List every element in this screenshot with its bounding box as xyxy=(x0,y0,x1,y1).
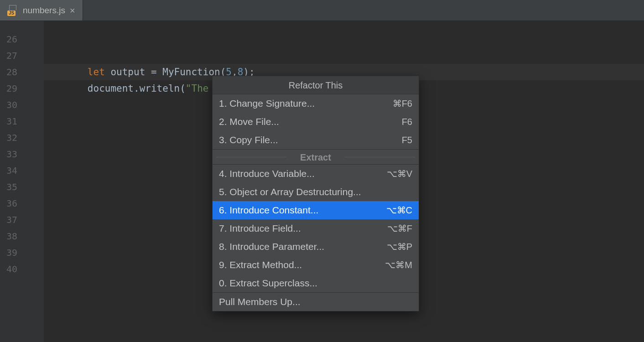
editor-tab[interactable]: JS numbers.js × xyxy=(0,0,83,21)
popup-item[interactable]: 5. Object or Array Destructuring... xyxy=(213,183,419,201)
paren-open2: ( xyxy=(180,83,186,94)
popup-item-label: 5. Object or Array Destructuring... xyxy=(219,187,361,197)
code-area[interactable]: let output = MyFunction(5,8); document.w… xyxy=(44,21,644,342)
keyword-let: let xyxy=(88,67,111,78)
line-number: 38 xyxy=(0,228,44,244)
dot: . xyxy=(134,83,140,94)
popup-item-label: 4. Introduce Variable... xyxy=(219,168,315,179)
popup-item-label: 8. Introduce Parameter... xyxy=(219,241,324,252)
popup-item[interactable]: 8. Introduce Parameter...⌥⌘P xyxy=(213,238,419,256)
popup-item[interactable]: 2. Move File...F6 xyxy=(213,113,419,131)
line-number: 31 xyxy=(0,113,44,130)
line-number: 35 xyxy=(0,179,44,195)
fn-myfunction: MyFunction xyxy=(162,67,220,78)
popup-item[interactable]: 9. Extract Method...⌥⌘M xyxy=(213,256,419,274)
popup-item[interactable]: 0. Extract Superclass... xyxy=(213,274,419,292)
line-number: 34 xyxy=(0,162,44,179)
eq: = xyxy=(151,67,162,78)
ident-output: output xyxy=(110,67,151,78)
popup-section-extract: Extract xyxy=(213,149,419,165)
gutter: 262728293031323334353637383940 xyxy=(0,21,44,342)
code-line-27[interactable]: let output = MyFunction(5,8); xyxy=(44,47,644,64)
popup-item-shortcut: ⌥⌘P xyxy=(387,241,412,252)
tab-filename: numbers.js xyxy=(23,5,65,16)
line-number: 26 xyxy=(0,31,44,47)
popup-item-shortcut: F5 xyxy=(402,135,412,145)
js-file-icon: JS xyxy=(7,5,18,16)
popup-item-shortcut: ⌥⌘C xyxy=(386,205,412,216)
line-number: 29 xyxy=(0,80,44,97)
ident-document: document xyxy=(88,83,134,94)
popup-item-label: 3. Copy File... xyxy=(219,135,278,145)
popup-item-label: 6. Introduce Constant... xyxy=(219,205,318,216)
popup-title: Refactor This xyxy=(213,76,419,94)
js-badge: JS xyxy=(7,10,16,16)
refactor-popup: Refactor This 1. Change Signature...⌘F62… xyxy=(212,76,419,311)
popup-item[interactable]: 6. Introduce Constant...⌥⌘C xyxy=(213,201,419,219)
popup-item-shortcut: ⌥⌘V xyxy=(387,168,412,179)
line-number: 37 xyxy=(0,212,44,228)
line-number: 39 xyxy=(0,244,44,261)
popup-item-shortcut: ⌥⌘F xyxy=(387,223,412,234)
popup-item-label: 2. Move File... xyxy=(219,116,279,127)
line-number: 32 xyxy=(0,130,44,146)
line-number: 36 xyxy=(0,195,44,212)
line-number: 28 xyxy=(0,64,44,80)
popup-item[interactable]: 4. Introduce Variable...⌥⌘V xyxy=(213,165,419,183)
popup-item-label: 9. Extract Method... xyxy=(219,259,302,270)
popup-item[interactable]: Pull Members Up... xyxy=(213,293,419,311)
popup-item[interactable]: 1. Change Signature...⌘F6 xyxy=(213,94,419,113)
code-line-26[interactable] xyxy=(44,31,644,47)
popup-item-label: 0. Extract Superclass... xyxy=(219,278,317,289)
popup-item-label: Pull Members Up... xyxy=(219,296,301,307)
line-number: 40 xyxy=(0,261,44,277)
tab-bar: JS numbers.js × xyxy=(0,0,644,21)
editor: 262728293031323334353637383940 let outpu… xyxy=(0,21,644,342)
popup-item-shortcut: ⌘F6 xyxy=(393,98,412,109)
popup-item-shortcut: ⌥⌘M xyxy=(385,259,412,270)
line-number: 27 xyxy=(0,47,44,64)
popup-item-label: 1. Change Signature... xyxy=(219,98,315,109)
popup-item-shortcut: F6 xyxy=(402,117,412,127)
line-number: 33 xyxy=(0,146,44,162)
popup-item[interactable]: 7. Introduce Field...⌥⌘F xyxy=(213,219,419,238)
method-writeln: writeln xyxy=(140,83,180,94)
popup-item-label: 7. Introduce Field... xyxy=(219,223,301,234)
close-icon[interactable]: × xyxy=(70,6,75,15)
line-number: 30 xyxy=(0,97,44,113)
popup-item[interactable]: 3. Copy File...F5 xyxy=(213,131,419,149)
